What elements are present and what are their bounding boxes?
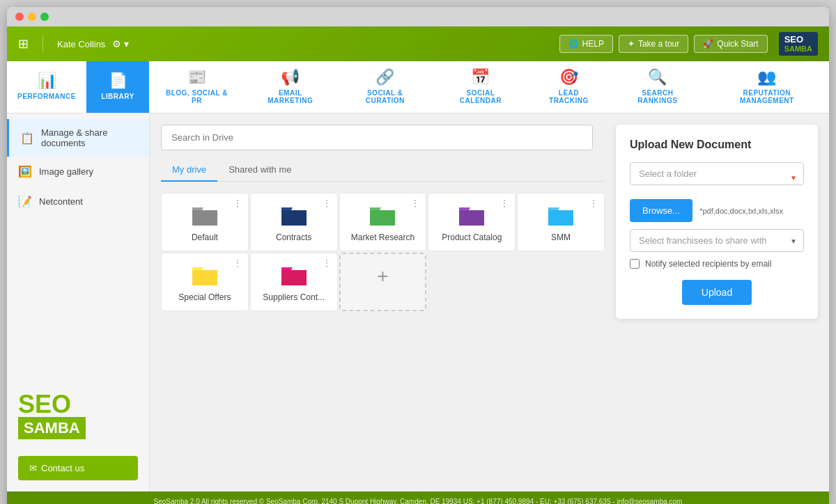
globe-icon: 🌐: [568, 39, 579, 49]
sidebar-item-netcontent[interactable]: 📝 Netcontent: [7, 187, 149, 216]
minimize-dot[interactable]: [28, 13, 36, 21]
folder-default[interactable]: ⋮ Default: [161, 193, 249, 251]
performance-icon: 📊: [38, 72, 56, 90]
sidebar-gallery-label: Image gallery: [39, 166, 93, 177]
sidebar-manage-label: Manage & share documents: [41, 127, 138, 148]
folder-name: Product Catalog: [442, 233, 502, 242]
tab-library[interactable]: 📄 LIBRARY: [86, 61, 149, 113]
help-button[interactable]: 🌐 HELP: [559, 35, 613, 53]
grid-icon[interactable]: ⊞: [18, 36, 29, 52]
sidebar-logo: SEO SAMBA: [7, 381, 149, 450]
envelope-icon: ✉: [29, 463, 37, 473]
folder-name: Market Research: [351, 233, 415, 242]
folder-name: Contracts: [276, 233, 311, 242]
upload-button[interactable]: Upload: [682, 280, 752, 305]
franchise-select[interactable]: Select franchisees to share with: [630, 229, 804, 252]
sidebar-seo-text: SEO: [18, 392, 138, 417]
file-types-label: *pdf,doc,docx,txt,xls,xlsx: [699, 207, 783, 215]
upload-panel: Upload New Document Select a folder Brow…: [616, 125, 818, 319]
settings-chevron: ▾: [124, 38, 129, 49]
notify-checkbox[interactable]: [630, 259, 640, 269]
folders-grid: ⋮ Default ⋮: [161, 193, 605, 311]
tab-lead[interactable]: 🎯 LEAD TRACKING: [527, 61, 610, 113]
quickstart-button[interactable]: 🚀 Quick Start: [694, 35, 767, 53]
user-name: Kate Collins: [57, 39, 105, 49]
browse-row: Browse... *pdf,doc,docx,txt,xls,xlsx: [630, 199, 804, 222]
tab-search[interactable]: 🔍 SEARCH RANKINGS: [610, 61, 705, 113]
tab-calendar[interactable]: 📅 SOCIAL CALENDAR: [434, 61, 527, 113]
folder-market-research[interactable]: ⋮ Market Research: [339, 193, 427, 251]
sidebar-samba-text: SAMBA: [24, 419, 80, 436]
tab-email[interactable]: 📢 EMAIL MARKETING: [245, 61, 336, 113]
folder-special-offers[interactable]: ⋮ Special Offers: [161, 253, 249, 311]
folder-more-icon[interactable]: ⋮: [589, 198, 598, 209]
divider: [42, 36, 43, 52]
netcontent-icon: 📝: [18, 195, 32, 208]
folder-suppliers[interactable]: ⋮ Suppliers Cont...: [250, 253, 338, 311]
folder-icon: [458, 205, 486, 227]
folder-name: Default: [192, 233, 218, 242]
folder-product-catalog[interactable]: ⋮ Product Catalog: [428, 193, 516, 251]
tab-my-drive[interactable]: My drive: [161, 159, 217, 182]
sidebar-item-manage[interactable]: 📋 Manage & share documents: [7, 119, 149, 157]
social-icon: 🔗: [376, 68, 394, 86]
sidebar-netcontent-label: Netcontent: [39, 196, 83, 207]
contact-button[interactable]: ✉ Contact us: [18, 456, 138, 480]
tab-performance[interactable]: 📊 PERFORMANCE: [7, 61, 86, 113]
content-area: My drive Shared with me ⋮: [150, 113, 829, 491]
rocket-icon: 🚀: [703, 39, 713, 49]
tour-button[interactable]: ✦ Take a tour: [619, 35, 688, 53]
add-folder-button[interactable]: +: [339, 253, 427, 311]
top-bar: ⊞ Kate Collins ⚙ ▾ 🌐 HELP ✦ Take a tour …: [7, 26, 829, 61]
folder-icon: [191, 205, 219, 227]
plus-icon: +: [377, 265, 388, 288]
folder-more-icon[interactable]: ⋮: [500, 198, 509, 209]
folder-smm[interactable]: ⋮ SMM: [517, 193, 605, 251]
sidebar-samba-box: SAMBA: [18, 417, 86, 439]
close-dot[interactable]: [15, 13, 24, 21]
upload-title: Upload New Document: [630, 139, 804, 151]
folder-contracts[interactable]: ⋮ Contracts: [250, 193, 338, 251]
folder-name: SMM: [551, 233, 571, 242]
folder-select-wrapper: Select a folder: [630, 162, 804, 192]
blog-icon: 📰: [187, 68, 206, 86]
gallery-icon: 🖼️: [18, 165, 32, 178]
reputation-icon: 👥: [757, 68, 776, 86]
tab-shared-with-me[interactable]: Shared with me: [217, 159, 302, 182]
folder-name: Special Offers: [178, 292, 231, 302]
folder-icon: [547, 205, 575, 227]
folder-select[interactable]: Select a folder: [630, 162, 804, 185]
calendar-icon: 📅: [471, 68, 490, 86]
settings-button[interactable]: ⚙ ▾: [112, 38, 129, 49]
notify-label: Notify selected recipients by email: [645, 259, 771, 269]
search-input[interactable]: [161, 125, 593, 150]
folder-icon: [280, 265, 308, 287]
folder-more-icon[interactable]: ⋮: [322, 198, 332, 209]
logo: SEO SAMBA: [779, 32, 818, 56]
library-icon: 📄: [109, 72, 127, 90]
folder-icon: [369, 205, 396, 227]
folder-name: Suppliers Cont...: [263, 292, 325, 302]
tab-reputation[interactable]: 👥 REPUTATION MANAGEMENT: [705, 61, 829, 113]
sidebar-item-gallery[interactable]: 🖼️ Image gallery: [7, 157, 149, 187]
folder-icon: [280, 205, 308, 227]
email-icon: 📢: [281, 68, 300, 86]
tab-social[interactable]: 🔗 SOCIAL & CURATION: [336, 61, 435, 113]
tab-blog[interactable]: 📰 BLOG, SOCIAL & PR: [149, 61, 245, 113]
sidebar: 📋 Manage & share documents 🖼️ Image gall…: [7, 113, 150, 491]
star-icon: ✦: [628, 39, 635, 49]
folder-icon: [191, 265, 219, 287]
browse-button[interactable]: Browse...: [630, 199, 692, 222]
browser-titlebar: [7, 7, 829, 26]
nav-tabs: 📊 PERFORMANCE 📄 LIBRARY 📰 BLOG, SOCIAL &…: [7, 61, 829, 113]
folder-more-icon[interactable]: ⋮: [322, 258, 332, 269]
folder-more-icon[interactable]: ⋮: [410, 198, 420, 209]
maximize-dot[interactable]: [40, 13, 49, 21]
search-icon: 🔍: [648, 68, 667, 86]
footer: SeoSamba 2.0 All rights reserved © SeoSa…: [7, 491, 829, 504]
folder-more-icon[interactable]: ⋮: [233, 198, 242, 209]
drive-tabs: My drive Shared with me: [161, 159, 605, 182]
notify-row: Notify selected recipients by email: [630, 259, 804, 269]
footer-text: SeoSamba 2.0 All rights reserved © SeoSa…: [154, 498, 683, 505]
folder-more-icon[interactable]: ⋮: [233, 258, 242, 269]
